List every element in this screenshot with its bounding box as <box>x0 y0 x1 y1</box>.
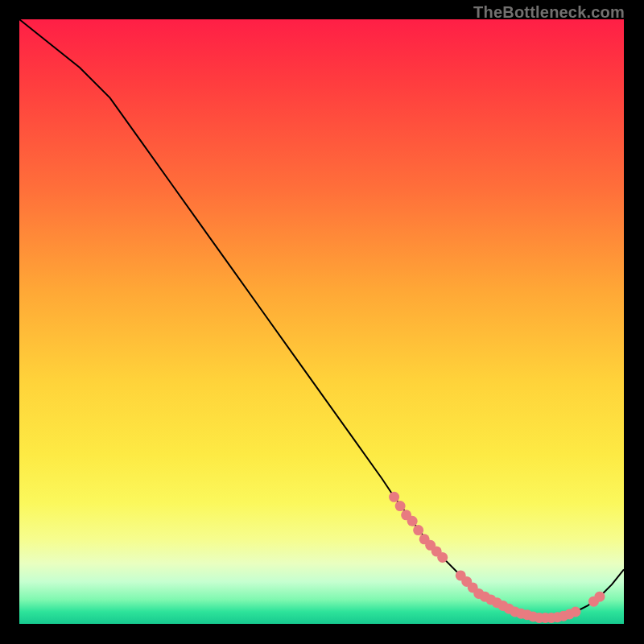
chart-overlay-svg <box>19 19 624 624</box>
data-marker <box>413 525 423 535</box>
data-marker <box>594 592 605 602</box>
data-marker <box>437 552 448 563</box>
data-marker <box>407 516 418 526</box>
marker-group <box>389 492 605 623</box>
chart-frame: TheBottleneck.com <box>0 0 644 644</box>
data-marker <box>570 606 580 617</box>
bottleneck-curve-line <box>19 19 624 617</box>
data-marker <box>395 501 406 511</box>
data-marker <box>389 492 399 502</box>
